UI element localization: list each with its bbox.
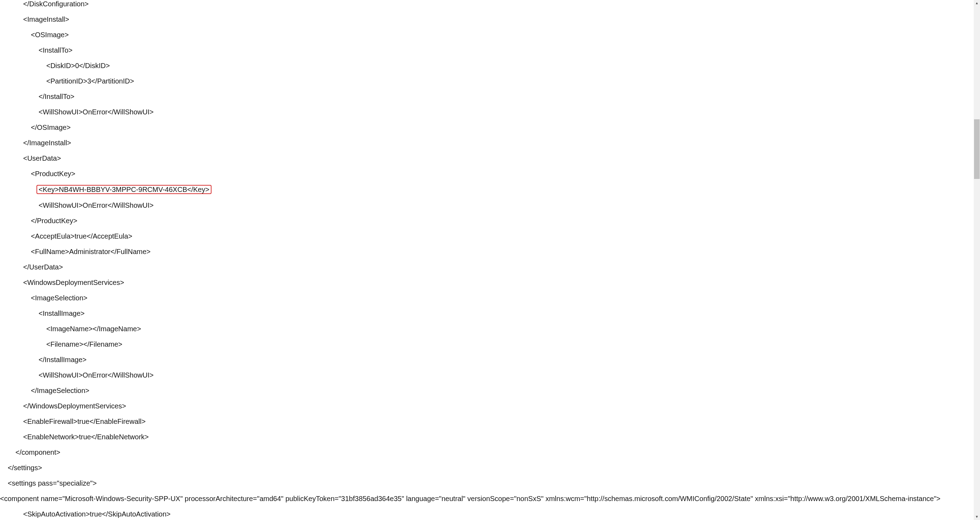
scrollbar-arrow-up-icon[interactable]: ▲: [974, 0, 980, 6]
xml-line: <WillShowUI>OnError</WillShowUI>: [0, 371, 974, 379]
xml-line: <ImageName></ImageName>: [0, 325, 974, 333]
xml-line: <WillShowUI>OnError</WillShowUI>: [0, 108, 974, 116]
xml-line: <Filename></Filename>: [0, 340, 974, 348]
scrollbar-arrow-down-icon[interactable]: ▼: [974, 514, 980, 520]
xml-line: </UserData>: [0, 263, 974, 271]
xml-line: <InstallTo>: [0, 46, 974, 54]
xml-line: </DiskConfiguration>: [0, 0, 974, 8]
xml-line-highlighted: <Key>NB4WH-BBBYV-3MPPC-9RCMV-46XCB</Key>: [0, 185, 974, 194]
xml-line: <ImageSelection>: [0, 294, 974, 302]
xml-line: </ImageInstall>: [0, 139, 974, 147]
xml-line: <component name="Microsoft-Windows-Secur…: [0, 495, 974, 502]
xml-line: <SkipAutoActivation>true</SkipAutoActiva…: [0, 510, 974, 518]
vertical-scrollbar[interactable]: ▲ ▼: [974, 0, 980, 520]
xml-document-viewport: </DiskConfiguration> <ImageInstall> <OSI…: [0, 0, 974, 520]
xml-line: </settings>: [0, 464, 974, 472]
xml-line: <ImageInstall>: [0, 16, 974, 23]
xml-line: </component>: [0, 448, 974, 456]
xml-line: <AcceptEula>true</AcceptEula>: [0, 232, 974, 240]
xml-line: <ProductKey>: [0, 170, 974, 177]
xml-line: <settings pass="specialize">: [0, 479, 974, 487]
xml-content: </DiskConfiguration> <ImageInstall> <OSI…: [0, 0, 974, 520]
xml-line: <FullName>Administrator</FullName>: [0, 248, 974, 255]
xml-line: </ProductKey>: [0, 217, 974, 225]
xml-line: <WillShowUI>OnError</WillShowUI>: [0, 201, 974, 209]
xml-line: <UserData>: [0, 155, 974, 162]
xml-line: </ImageSelection>: [0, 387, 974, 394]
scrollbar-thumb[interactable]: [974, 119, 980, 179]
xml-line: <InstallImage>: [0, 309, 974, 317]
product-key-highlight: <Key>NB4WH-BBBYV-3MPPC-9RCMV-46XCB</Key>: [37, 185, 212, 194]
xml-line: <DiskID>0</DiskID>: [0, 62, 974, 70]
xml-line: <PartitionID>3</PartitionID>: [0, 77, 974, 85]
xml-line: <OSImage>: [0, 31, 974, 38]
xml-line: <EnableFirewall>true</EnableFirewall>: [0, 418, 974, 425]
xml-line: <WindowsDeploymentServices>: [0, 279, 974, 286]
xml-line: </WindowsDeploymentServices>: [0, 402, 974, 410]
xml-line: </InstallImage>: [0, 356, 974, 364]
xml-line: <EnableNetwork>true</EnableNetwork>: [0, 433, 974, 441]
xml-line: </OSImage>: [0, 123, 974, 131]
xml-line: </InstallTo>: [0, 93, 974, 100]
